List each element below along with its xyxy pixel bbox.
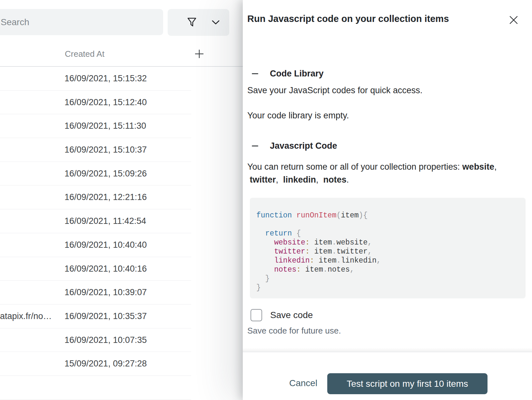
save-code-row: Save code [251, 309, 313, 321]
row-cell-created-at: 16/09/2021, 15:09:26 [64, 162, 147, 185]
cancel-button[interactable]: Cancel [289, 378, 317, 388]
drawer-title: Run Javascript code on your collection i… [247, 14, 449, 24]
table-row[interactable]: 16/09/2021, 10:40:40 [0, 233, 191, 257]
collapse-minus-icon [252, 73, 258, 74]
section-header-javascript-code[interactable]: Javascript Code [252, 141, 337, 151]
code-block: function runOnItem(item){ return { websi… [250, 198, 526, 298]
close-button[interactable] [509, 16, 518, 24]
table-row[interactable]: 16/09/2021, 11:42:54 [0, 209, 191, 233]
row-cell-created-at: 16/09/2021, 10:07:35 [64, 328, 147, 352]
section-header-code-library[interactable]: Code Library [252, 68, 324, 79]
row-cell-created-at: 16/09/2021, 15:11:30 [64, 114, 146, 137]
table-body: 16/09/2021, 15:15:32 16/09/2021, 15:12:4… [0, 67, 191, 400]
table-row[interactable]: 16/09/2021, 15:12:40 [0, 91, 191, 115]
test-script-button[interactable]: Test script on my first 10 items [327, 373, 488, 394]
close-icon [509, 20, 518, 25]
drawer-footer: Cancel Test script on my first 10 items [243, 352, 532, 400]
chevron-down-icon [212, 20, 220, 26]
table-row[interactable] [0, 376, 191, 400]
add-column-button[interactable] [194, 49, 204, 59]
collapse-minus-icon [252, 145, 258, 146]
table-row[interactable]: 16/09/2021, 10:40:16 [0, 257, 191, 281]
row-cell-created-at: 16/09/2021, 12:21:16 [64, 185, 147, 209]
row-cell-created-at: 16/09/2021, 15:15:32 [64, 67, 147, 90]
table-row[interactable]: 16/09/2021, 15:09:26 [0, 162, 191, 186]
row-cell-created-at: 16/09/2021, 10:39:07 [64, 281, 147, 304]
row-cell-created-at: 16/09/2021, 10:40:16 [64, 257, 147, 280]
properties-paragraph: You can return some or all of your colle… [247, 160, 532, 186]
table-row[interactable]: 16/09/2021, 15:11:30 [0, 114, 191, 138]
row-cell-created-at: 15/09/2021, 09:27:28 [64, 352, 147, 375]
table-row[interactable]: 16/09/2021, 10:39:07 [0, 281, 191, 305]
save-code-label: Save code [270, 310, 313, 320]
table-row[interactable]: 15/09/2021, 09:27:28 [0, 352, 191, 376]
table-row[interactable]: atapix.fr/no… 16/09/2021, 10:35:37 [0, 305, 191, 328]
table-row[interactable]: 16/09/2021, 15:10:37 [0, 138, 191, 162]
save-code-checkbox[interactable] [251, 309, 262, 321]
column-header-created-at[interactable]: Created At [65, 49, 104, 59]
row-cell-created-at: 16/09/2021, 10:40:40 [64, 233, 147, 256]
row-cell-created-at: 16/09/2021, 15:10:37 [64, 138, 147, 161]
row-cell-left: atapix.fr/no… [0, 305, 52, 328]
run-javascript-drawer: Run Javascript code on your collection i… [243, 0, 532, 400]
section-title: Code Library [270, 68, 324, 79]
search-placeholder: Search [1, 9, 29, 35]
code-library-description: Save your JavaScript codes for quick acc… [247, 85, 422, 96]
table-row[interactable]: 16/09/2021, 12:21:16 [0, 185, 191, 209]
save-code-helper: Save code for future use. [247, 326, 341, 336]
row-cell-created-at: 16/09/2021, 10:35:37 [64, 305, 147, 328]
section-title: Javascript Code [270, 141, 337, 151]
funnel-icon [187, 17, 196, 28]
filter-button[interactable] [168, 9, 229, 36]
table-row[interactable]: 16/09/2021, 10:07:35 [0, 328, 191, 352]
search-input[interactable]: Search [0, 9, 163, 35]
code-library-empty-message: Your code library is empty. [247, 110, 349, 121]
table-row[interactable]: 16/09/2021, 15:15:32 [0, 67, 191, 91]
row-cell-created-at: 16/09/2021, 15:12:40 [64, 91, 147, 114]
plus-icon [194, 55, 204, 60]
code-editor[interactable]: function runOnItem(item){ return { websi… [250, 198, 526, 292]
row-cell-created-at: 16/09/2021, 11:42:54 [64, 209, 146, 233]
